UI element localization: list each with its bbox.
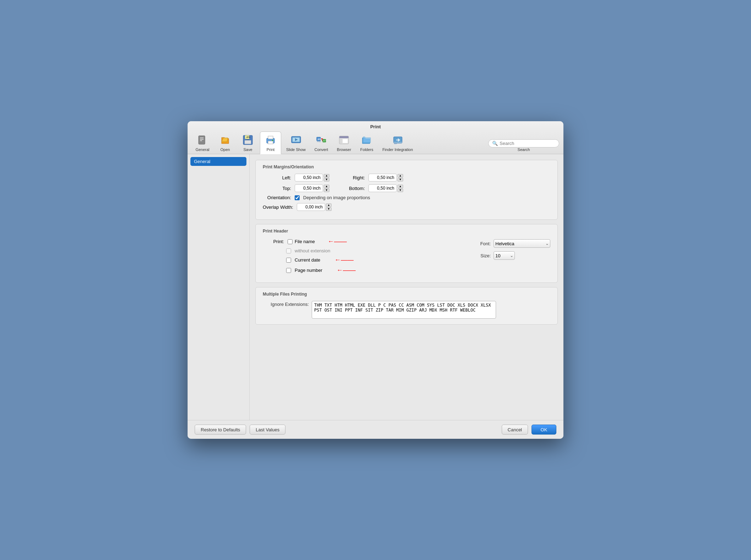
folders-icon bbox=[361, 134, 373, 146]
overlap-down-btn[interactable]: ▼ bbox=[326, 207, 332, 211]
toolbar-item-open[interactable]: Open bbox=[215, 132, 236, 154]
spacer bbox=[255, 329, 558, 414]
overlap-row: Overlap Width: ▲ ▼ bbox=[263, 203, 550, 211]
without-ext-checkbox[interactable] bbox=[286, 248, 291, 253]
titlebar: Print General Open bbox=[188, 121, 563, 154]
svg-text:PNG: PNG bbox=[246, 139, 249, 140]
right-label: Right: bbox=[353, 175, 365, 180]
right-spinner: ▲ ▼ bbox=[368, 174, 403, 181]
toolbar-item-folders[interactable]: Folders bbox=[356, 132, 377, 154]
toolbar: General Open JPG PNG bbox=[192, 131, 559, 154]
bottom-input[interactable] bbox=[368, 184, 397, 192]
overlap-spinner-buttons: ▲ ▼ bbox=[326, 203, 332, 211]
top-spinner: ▲ ▼ bbox=[295, 184, 329, 192]
left-up-btn[interactable]: ▲ bbox=[324, 174, 329, 178]
header-content: Print: File name ←—— without exten bbox=[263, 238, 550, 277]
left-spinner-buttons: ▲ ▼ bbox=[324, 174, 329, 181]
toolbar-item-finder[interactable]: EXT Finder Integration bbox=[379, 132, 416, 154]
font-select-wrapper: Helvetica Arial Times New Roman bbox=[494, 239, 550, 248]
page-number-checkbox[interactable] bbox=[286, 268, 291, 273]
page-number-label: Page number bbox=[295, 268, 322, 273]
top-input[interactable] bbox=[295, 184, 323, 192]
current-date-label: Current date bbox=[295, 257, 320, 263]
size-select-wrapper: 10 8 12 14 bbox=[494, 251, 515, 260]
sidebar-item-general[interactable]: General bbox=[190, 157, 246, 166]
svg-rect-10 bbox=[268, 136, 273, 139]
last-values-button[interactable]: Last Values bbox=[250, 425, 285, 435]
current-date-checkbox[interactable] bbox=[286, 258, 291, 263]
right-down-btn[interactable]: ▼ bbox=[397, 178, 403, 181]
header-font-area: Font: Helvetica Arial Times New Roman Si… bbox=[477, 238, 550, 277]
top-down-btn[interactable]: ▼ bbox=[324, 189, 329, 192]
convert-label: Convert bbox=[315, 147, 328, 152]
bottom-down-btn[interactable]: ▼ bbox=[397, 189, 403, 192]
bottom-spinner: ▲ ▼ bbox=[368, 184, 403, 192]
without-ext-label: without extension bbox=[295, 248, 330, 253]
search-input[interactable] bbox=[500, 141, 553, 146]
finder-label: Finder Integration bbox=[382, 147, 413, 152]
file-name-checkbox[interactable] bbox=[288, 239, 293, 244]
header-title: Print Header bbox=[263, 229, 550, 234]
svg-rect-6 bbox=[245, 140, 251, 144]
svg-text:EXT: EXT bbox=[394, 143, 397, 145]
folders-label: Folders bbox=[360, 147, 373, 152]
file-name-label: File name bbox=[295, 239, 315, 244]
general-label: General bbox=[195, 147, 209, 152]
sidebar: General bbox=[188, 154, 250, 420]
overlap-input[interactable] bbox=[297, 203, 325, 211]
svg-rect-23 bbox=[340, 139, 342, 143]
slideshow-icon bbox=[290, 134, 302, 146]
current-date-arrow: ←—— bbox=[334, 256, 354, 264]
ok-button[interactable]: OK bbox=[532, 425, 556, 435]
left-input[interactable] bbox=[295, 174, 323, 181]
file-name-arrow: ←—— bbox=[328, 238, 347, 245]
print-label-field: Print: bbox=[273, 239, 284, 244]
toolbar-item-slideshow[interactable]: Slide Show bbox=[283, 132, 309, 154]
open-label: Open bbox=[221, 147, 230, 152]
top-spinner-buttons: ▲ ▼ bbox=[324, 185, 329, 192]
finder-icon: EXT bbox=[392, 134, 404, 146]
slideshow-label: Slide Show bbox=[286, 147, 306, 152]
toolbar-item-save[interactable]: JPG PNG Save bbox=[237, 132, 258, 154]
svg-rect-22 bbox=[339, 136, 349, 138]
overlap-spinner: ▲ ▼ bbox=[297, 203, 332, 211]
current-date-row: Current date ←—— bbox=[286, 256, 469, 264]
toolbar-item-convert[interactable]: JPG PNG EXT Convert bbox=[311, 132, 332, 154]
header-checkboxes: Print: File name ←—— without exten bbox=[263, 238, 469, 277]
right-up-btn[interactable]: ▲ bbox=[397, 174, 403, 178]
browser-label: Browser bbox=[337, 147, 351, 152]
bottom-label: Bottom: bbox=[349, 186, 365, 191]
svg-rect-0 bbox=[199, 136, 205, 144]
save-label: Save bbox=[243, 147, 252, 152]
svg-text:EXT: EXT bbox=[323, 140, 327, 142]
extensions-textarea[interactable]: THM TXT HTM HTML EXE DLL P C PAS CC ASM … bbox=[312, 301, 496, 319]
file-name-row: File name ←—— bbox=[288, 238, 347, 245]
overlap-up-btn[interactable]: ▲ bbox=[326, 203, 332, 207]
titlebar-top: Print bbox=[192, 124, 559, 131]
bottom-up-btn[interactable]: ▲ bbox=[397, 185, 403, 188]
margins-title: Print Margins/Orientation bbox=[263, 164, 550, 169]
size-select[interactable]: 10 8 12 14 bbox=[494, 251, 515, 260]
browser-icon bbox=[338, 134, 350, 146]
toolbar-item-general[interactable]: General bbox=[192, 132, 213, 154]
svg-rect-11 bbox=[268, 141, 273, 144]
right-input[interactable] bbox=[368, 174, 397, 181]
left-down-btn[interactable]: ▼ bbox=[324, 178, 329, 181]
print-icon bbox=[265, 134, 277, 146]
orientation-checkbox[interactable] bbox=[295, 195, 300, 200]
cancel-button[interactable]: Cancel bbox=[502, 425, 528, 435]
save-icon: JPG PNG bbox=[242, 134, 254, 146]
size-label: Size: bbox=[477, 253, 491, 258]
restore-defaults-button[interactable]: Restore to Defaults bbox=[195, 425, 246, 435]
bottom-spinner-buttons: ▲ ▼ bbox=[397, 185, 403, 192]
main-panel: Print Margins/Orientation Left: ▲ ▼ bbox=[250, 154, 563, 420]
open-icon bbox=[219, 134, 231, 146]
toolbar-item-print[interactable]: Print bbox=[260, 131, 281, 154]
font-select[interactable]: Helvetica Arial Times New Roman bbox=[494, 239, 550, 248]
search-icon: 🔍 bbox=[492, 141, 498, 146]
font-label: Font: bbox=[477, 241, 491, 246]
top-up-btn[interactable]: ▲ bbox=[324, 185, 329, 188]
toolbar-item-browser[interactable]: Browser bbox=[333, 132, 355, 154]
print-label: Print bbox=[267, 147, 275, 152]
search-box[interactable]: 🔍 bbox=[488, 139, 559, 147]
